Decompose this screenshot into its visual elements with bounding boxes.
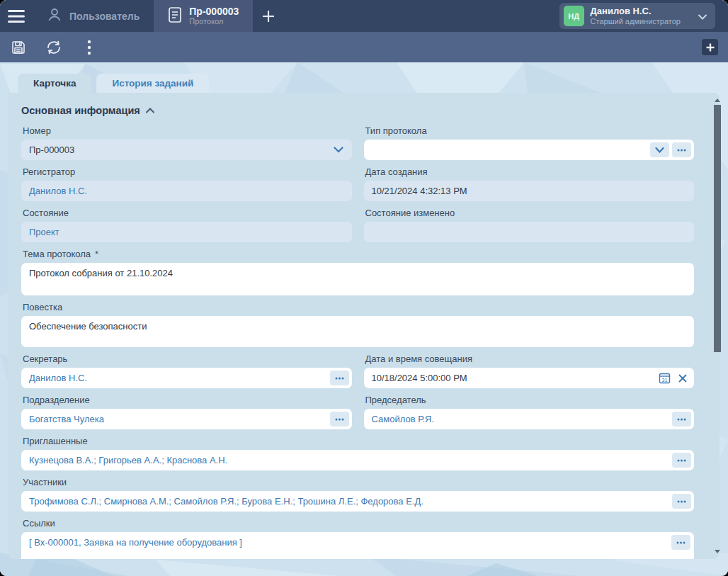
lookup-button[interactable]	[672, 453, 691, 468]
chevron-down-icon	[655, 147, 664, 153]
state-value: Проект	[29, 227, 349, 237]
meeting-datetime-label: Дата и время совещания	[365, 354, 693, 364]
new-tab-button[interactable]	[253, 0, 284, 32]
hamburger-menu-icon[interactable]	[0, 0, 33, 32]
app-header: Пользователь Пр-000003 Протокол НД Данил…	[0, 0, 728, 32]
ellipsis-icon	[335, 377, 344, 380]
kebab-menu-button[interactable]	[81, 39, 98, 56]
lookup-button[interactable]	[672, 494, 691, 509]
document-icon	[168, 6, 182, 26]
header-tab-protocol[interactable]: Пр-000003 Протокол	[154, 0, 253, 32]
lookup-button[interactable]	[672, 412, 691, 427]
department-label: Подразделение	[23, 395, 351, 405]
avatar: НД	[564, 6, 584, 26]
chairman-label: Председатель	[365, 395, 693, 405]
scrollbar-thumb[interactable]	[714, 105, 721, 352]
state-field: Проект	[21, 222, 352, 242]
chairman-value[interactable]: Самойлов Р.Я.	[372, 414, 670, 424]
secretary-value[interactable]: Данилов Н.С.	[29, 373, 327, 383]
save-button[interactable]	[10, 39, 27, 56]
kebab-menu-icon	[87, 40, 91, 55]
plus-icon	[262, 10, 275, 23]
required-asterisk: *	[95, 249, 98, 259]
protocol-type-input[interactable]	[372, 145, 648, 155]
links-label: Ссылки	[23, 518, 693, 529]
chairman-field[interactable]: Самойлов Р.Я.	[364, 409, 695, 429]
lookup-button[interactable]	[671, 535, 690, 550]
scroll-down-arrow-icon[interactable]	[715, 550, 720, 553]
meeting-datetime-input[interactable]	[372, 373, 655, 383]
participants-field[interactable]: Трофимова С.Л.; Смирнова А.М.; Самойлов …	[21, 491, 694, 512]
protocol-type-field[interactable]	[364, 140, 695, 160]
number-input[interactable]	[29, 145, 328, 155]
app-window: Пользователь Пр-000003 Протокол НД Данил…	[0, 0, 728, 576]
user-name: Данилов Н.С.	[591, 6, 681, 17]
page-tabs: Карточка История заданий	[8, 74, 209, 93]
lookup-button[interactable]	[330, 371, 349, 385]
created-field: 10/21/2024 4:32:13 PM	[364, 181, 695, 201]
ellipsis-icon	[676, 541, 686, 544]
created-value: 10/21/2024 4:32:13 PM	[372, 186, 692, 196]
protocol-type-label: Тип протокола	[365, 125, 693, 136]
links-value[interactable]: [ Вх-000001, Заявка на получение оборудо…	[29, 537, 242, 548]
secretary-field[interactable]: Данилов Н.С.	[21, 368, 352, 388]
refresh-icon	[45, 40, 62, 55]
invited-field[interactable]: Кузнецова В.А.; Григорьев А.А.; Краснова…	[21, 450, 694, 470]
participants-value[interactable]: Трофимова С.Л.; Смирнова А.М.; Самойлов …	[29, 496, 669, 507]
links-field[interactable]: [ Вх-000001, Заявка на получение оборудо…	[21, 532, 694, 559]
secretary-label: Секретарь	[23, 354, 351, 364]
agenda-textarea[interactable]: Обеспечение безопасности	[21, 316, 694, 347]
vertical-scrollbar[interactable]	[713, 98, 722, 558]
section-main-info[interactable]: Основная информация	[21, 105, 694, 116]
svg-text:31: 31	[661, 378, 667, 383]
invited-value[interactable]: Кузнецова В.А.; Григорьев А.А.; Краснова…	[29, 455, 669, 465]
toolbar	[0, 32, 728, 62]
registrar-label: Регистратор	[23, 166, 351, 177]
save-icon	[11, 40, 26, 55]
ellipsis-icon	[677, 418, 686, 421]
user-role: Старший администратор	[591, 17, 681, 26]
person-icon	[47, 7, 62, 26]
calendar-icon[interactable]: 31	[656, 371, 673, 386]
card-panel: Основная информация Номер Тип протокола	[8, 93, 720, 559]
clear-icon[interactable]	[674, 371, 691, 386]
chevron-up-icon	[146, 108, 154, 113]
invited-label: Приглашенные	[23, 436, 693, 446]
tab-card[interactable]: Карточка	[18, 74, 91, 93]
header-tab-protocol-title: Пр-000003	[189, 6, 239, 17]
department-field[interactable]: Богатства Чулека	[21, 409, 352, 429]
chevron-down-icon[interactable]	[328, 147, 349, 153]
state-label: Состояние	[23, 208, 351, 218]
refresh-button[interactable]	[45, 39, 62, 56]
lookup-button[interactable]	[330, 412, 349, 427]
user-menu[interactable]: НД Данилов Н.С. Старший администратор	[559, 3, 715, 29]
tab-task-history[interactable]: История заданий	[96, 74, 209, 93]
number-label: Номер	[23, 125, 351, 136]
chevron-down-icon	[698, 10, 707, 23]
dropdown-button[interactable]	[650, 142, 669, 157]
ellipsis-icon	[677, 500, 686, 503]
section-main-info-title: Основная информация	[21, 105, 140, 116]
registrar-value[interactable]: Данилов Н.С.	[29, 186, 349, 196]
registrar-field: Данилов Н.С.	[21, 181, 352, 201]
state-changed-label: Состояние изменено	[365, 208, 693, 218]
lookup-button[interactable]	[672, 142, 691, 157]
subject-label: Тема протокола*	[23, 249, 693, 259]
header-tab-user-label: Пользователь	[69, 11, 140, 22]
agenda-label: Повестка	[23, 302, 693, 312]
number-field[interactable]	[21, 140, 352, 160]
add-button[interactable]	[702, 39, 718, 55]
ellipsis-icon	[677, 149, 686, 152]
created-label: Дата создания	[365, 166, 693, 177]
header-tab-user[interactable]: Пользователь	[33, 0, 154, 32]
scroll-up-arrow-icon[interactable]	[715, 98, 720, 102]
meeting-datetime-field[interactable]: 31	[364, 368, 695, 388]
header-tab-protocol-subtitle: Протокол	[189, 17, 239, 26]
ellipsis-icon	[677, 459, 686, 462]
add-icon	[706, 43, 715, 52]
state-changed-field	[364, 222, 695, 242]
ellipsis-icon	[335, 418, 344, 421]
participants-label: Участники	[23, 477, 693, 487]
department-value[interactable]: Богатства Чулека	[29, 414, 327, 424]
subject-textarea[interactable]: Протокол собрания от 21.10.2024	[21, 263, 694, 295]
